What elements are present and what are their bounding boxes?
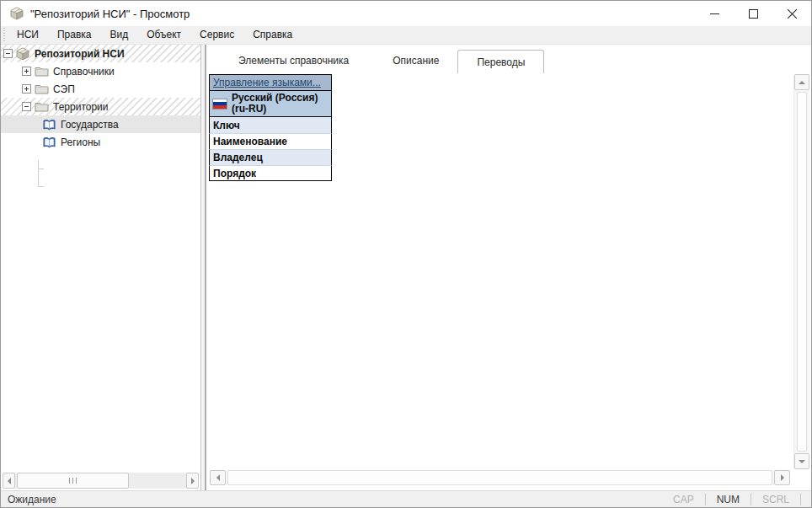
folder-icon xyxy=(35,65,49,78)
folder-icon xyxy=(35,83,49,96)
flag-russia-icon xyxy=(212,99,227,110)
minimize-button[interactable] xyxy=(695,1,734,26)
scroll-left-button[interactable] xyxy=(3,473,15,489)
grip-icon xyxy=(69,478,77,484)
language-column-header[interactable]: Русский (Россия) (ru-RU) xyxy=(209,91,332,117)
tree-item-label: СЭП xyxy=(53,83,75,95)
tree-guide-line xyxy=(38,168,44,169)
language-code: (ru-RU) xyxy=(232,103,266,115)
tree-guide-line xyxy=(38,186,44,187)
status-message: Ожидание xyxy=(1,494,56,505)
scrollbar-thumb[interactable] xyxy=(227,470,772,485)
tree-item-label: Репозиторий НСИ xyxy=(35,48,125,60)
tree-item-label: Справочники xyxy=(53,66,115,78)
tree-horizontal-scrollbar[interactable] xyxy=(3,473,199,489)
scrollbar-track[interactable] xyxy=(129,473,186,489)
tree-item-label: Регионы xyxy=(61,136,100,148)
scroll-right-button[interactable] xyxy=(186,473,199,489)
tree-item-repository-root[interactable]: Репозиторий НСИ xyxy=(1,45,200,62)
translations-table: Управление языками... Русский (Россия) (… xyxy=(209,74,332,181)
scroll-down-button[interactable] xyxy=(794,453,809,469)
scroll-left-button[interactable] xyxy=(210,470,226,485)
field-row-name[interactable]: Наименование xyxy=(209,133,332,149)
manage-languages-link[interactable]: Управление языками... xyxy=(213,77,321,88)
caps-lock-indicator: CAP xyxy=(662,494,706,505)
repository-tree-panel: Репозиторий НСИ Справочники xyxy=(1,45,201,490)
close-button[interactable] xyxy=(772,1,811,26)
menu-edit[interactable]: Правка xyxy=(48,26,101,45)
scrollbar-thumb[interactable] xyxy=(797,92,807,452)
menu-service[interactable]: Сервис xyxy=(190,26,243,45)
tree-item-states[interactable]: Государства xyxy=(1,115,200,133)
tab-translations[interactable]: Переводы xyxy=(457,50,544,73)
menu-grip-handle[interactable] xyxy=(2,28,8,43)
details-panel: Элементы справочника Описание Переводы У… xyxy=(205,45,811,490)
language-name: Русский (Россия) xyxy=(232,92,318,104)
field-row-owner[interactable]: Владелец xyxy=(209,149,332,165)
maximize-button[interactable] xyxy=(734,1,772,26)
scrollbar-thumb[interactable] xyxy=(17,473,129,489)
book-icon xyxy=(42,136,56,149)
tree-item-sep[interactable]: СЭП xyxy=(1,80,200,98)
folder-icon xyxy=(35,100,49,114)
collapse-icon[interactable] xyxy=(3,49,13,58)
menu-help[interactable]: Справка xyxy=(243,26,302,45)
app-package-icon xyxy=(10,7,24,20)
manage-languages-row: Управление языками... xyxy=(209,74,332,91)
details-horizontal-scrollbar[interactable] xyxy=(210,470,790,485)
repository-icon xyxy=(16,47,30,61)
expand-icon[interactable] xyxy=(22,67,31,76)
tree-item-territories[interactable]: Территории xyxy=(1,98,200,115)
tab-bar: Элементы справочника Описание Переводы xyxy=(206,45,811,72)
tree-item-regions[interactable]: Регионы xyxy=(1,133,200,151)
tab-description[interactable]: Описание xyxy=(374,49,457,72)
expand-icon[interactable] xyxy=(22,84,31,94)
application-window: "Репозиторий НСИ" - Просмотр НСИ Правка … xyxy=(0,0,812,508)
field-row-key[interactable]: Ключ xyxy=(209,117,332,133)
menu-view[interactable]: Вид xyxy=(101,26,138,45)
title-bar: "Репозиторий НСИ" - Просмотр xyxy=(1,1,811,26)
details-vertical-scrollbar[interactable] xyxy=(793,74,809,469)
tab-dictionary-elements[interactable]: Элементы справочника xyxy=(213,49,374,72)
status-bar: Ожидание CAP NUM SCRL xyxy=(1,490,811,507)
tree-item-label: Государства xyxy=(61,119,119,131)
scroll-lock-indicator: SCRL xyxy=(751,494,801,505)
book-icon xyxy=(42,118,56,131)
menu-nsi[interactable]: НСИ xyxy=(8,26,48,45)
collapse-icon[interactable] xyxy=(22,102,31,111)
num-lock-indicator: NUM xyxy=(706,494,751,505)
menu-object[interactable]: Объект xyxy=(137,26,190,45)
scroll-right-button[interactable] xyxy=(774,470,790,485)
tree-item-label: Территории xyxy=(53,101,109,113)
field-row-order[interactable]: Порядок xyxy=(209,165,332,181)
tree-item-directories[interactable]: Справочники xyxy=(1,62,200,80)
menu-bar: НСИ Правка Вид Объект Сервис Справка xyxy=(1,26,811,45)
tree-guide-line xyxy=(38,160,39,187)
window-title: "Репозиторий НСИ" - Просмотр xyxy=(30,8,190,20)
scroll-up-button[interactable] xyxy=(794,74,809,90)
